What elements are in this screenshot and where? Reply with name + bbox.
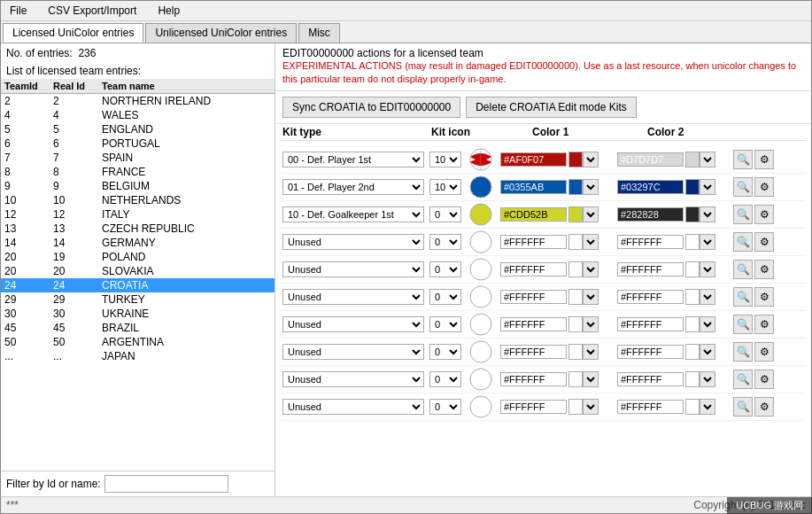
gear-button[interactable]: ⚙: [754, 370, 774, 389]
kit-num-select[interactable]: 10: [429, 179, 461, 195]
search-button[interactable]: 🔍: [733, 232, 753, 252]
color1-preview[interactable]: [568, 371, 583, 387]
team-row[interactable]: 20 19 POLAND: [1, 250, 275, 264]
search-button[interactable]: 🔍: [733, 342, 753, 362]
color1-input[interactable]: [500, 152, 567, 167]
team-row[interactable]: 7 7 SPAIN: [1, 151, 275, 165]
team-row[interactable]: 45 45 BRAZIL: [1, 321, 275, 335]
color1-input[interactable]: [500, 207, 567, 222]
color2-dropdown[interactable]: ▼: [700, 261, 715, 277]
kit-num-select[interactable]: 0: [429, 399, 461, 415]
team-row[interactable]: 9 9 BELGIUM: [1, 179, 275, 193]
team-row[interactable]: 20 20 SLOVAKIA: [1, 264, 275, 278]
tab-misc[interactable]: Misc: [298, 23, 340, 43]
color2-dropdown[interactable]: ▼: [700, 206, 715, 222]
gear-button[interactable]: ⚙: [754, 397, 774, 417]
color2-preview[interactable]: [685, 289, 700, 305]
color2-dropdown[interactable]: ▼: [700, 289, 715, 305]
gear-button[interactable]: ⚙: [754, 205, 774, 224]
team-row[interactable]: 24 24 CROATIA: [1, 278, 275, 292]
team-row[interactable]: 8 8 FRANCE: [1, 165, 275, 179]
kit-type-select[interactable]: Unused: [282, 316, 424, 332]
color2-dropdown[interactable]: ▼: [700, 152, 715, 167]
search-button[interactable]: 🔍: [733, 177, 753, 197]
filter-input[interactable]: [104, 475, 228, 493]
kit-type-select[interactable]: Unused: [282, 371, 424, 387]
color2-preview[interactable]: [685, 152, 700, 167]
tab-licensed[interactable]: Licensed UniColor entries: [3, 23, 143, 43]
kit-type-select[interactable]: Unused: [282, 289, 424, 305]
color2-preview[interactable]: [685, 399, 700, 415]
sync-button[interactable]: Sync CROATIA to EDIT00000000: [282, 97, 460, 118]
color2-preview[interactable]: [685, 371, 700, 387]
color1-input[interactable]: [500, 317, 567, 331]
team-row[interactable]: 50 50 ARGENTINA: [1, 335, 275, 349]
color2-dropdown[interactable]: ▼: [700, 344, 715, 360]
menu-file[interactable]: File: [4, 3, 32, 19]
kit-num-select[interactable]: 0: [429, 234, 461, 250]
color1-dropdown[interactable]: ▼: [583, 152, 599, 167]
color1-dropdown[interactable]: ▼: [583, 261, 599, 277]
color2-input[interactable]: [617, 290, 684, 304]
color2-dropdown[interactable]: ▼: [700, 316, 715, 332]
gear-button[interactable]: ⚙: [754, 232, 774, 252]
kit-num-select[interactable]: 0: [429, 316, 461, 332]
color2-input[interactable]: [617, 235, 684, 249]
gear-button[interactable]: ⚙: [754, 315, 774, 334]
kit-num-select[interactable]: 0: [429, 261, 461, 277]
kit-num-select[interactable]: 0: [429, 371, 461, 387]
kit-type-select[interactable]: Unused: [282, 399, 424, 415]
color2-input[interactable]: [617, 317, 684, 331]
team-row[interactable]: 5 5 ENGLAND: [1, 122, 275, 136]
kit-type-select[interactable]: Unused: [282, 234, 424, 250]
color2-dropdown[interactable]: ▼: [700, 399, 715, 415]
team-row[interactable]: 13 13 CZECH REPUBLIC: [1, 222, 275, 236]
delete-button[interactable]: Delete CROATIA Edit mode Kits: [466, 97, 637, 118]
color1-dropdown[interactable]: ▼: [583, 289, 599, 305]
color1-dropdown[interactable]: ▼: [583, 179, 599, 195]
color2-input[interactable]: [617, 180, 684, 194]
color1-preview[interactable]: [568, 316, 583, 332]
kit-type-select[interactable]: Unused: [282, 344, 424, 360]
color1-preview[interactable]: [568, 152, 583, 167]
team-row[interactable]: ... ... JAPAN: [1, 349, 275, 363]
color2-input[interactable]: [617, 262, 684, 276]
color2-preview[interactable]: [685, 344, 700, 360]
color1-dropdown[interactable]: ▼: [583, 371, 599, 387]
color1-preview[interactable]: [568, 206, 583, 222]
kit-num-select[interactable]: 0: [429, 206, 461, 222]
team-row[interactable]: 14 14 GERMANY: [1, 236, 275, 250]
team-row[interactable]: 10 10 NETHERLANDS: [1, 193, 275, 207]
color1-preview[interactable]: [568, 344, 583, 360]
color2-input[interactable]: [617, 207, 684, 222]
color1-dropdown[interactable]: ▼: [583, 344, 599, 360]
color1-preview[interactable]: [568, 289, 583, 305]
color2-dropdown[interactable]: ▼: [700, 179, 715, 195]
color1-input[interactable]: [500, 345, 567, 359]
color1-preview[interactable]: [568, 179, 583, 195]
color1-preview[interactable]: [568, 261, 583, 277]
kit-num-select[interactable]: 0: [429, 289, 461, 305]
color1-preview[interactable]: [568, 234, 583, 250]
color1-dropdown[interactable]: ▼: [583, 206, 599, 222]
color2-preview[interactable]: [685, 179, 700, 195]
color1-preview[interactable]: [568, 399, 583, 415]
search-button[interactable]: 🔍: [733, 315, 753, 334]
team-row[interactable]: 12 12 ITALY: [1, 207, 275, 222]
color2-input[interactable]: [617, 400, 684, 414]
search-button[interactable]: 🔍: [733, 397, 753, 417]
search-button[interactable]: 🔍: [733, 205, 753, 224]
color2-dropdown[interactable]: ▼: [700, 371, 715, 387]
color2-preview[interactable]: [685, 234, 700, 250]
search-button[interactable]: 🔍: [733, 150, 753, 169]
menu-help[interactable]: Help: [152, 3, 185, 19]
color2-preview[interactable]: [685, 206, 700, 222]
color1-input[interactable]: [500, 290, 567, 304]
search-button[interactable]: 🔍: [733, 260, 753, 279]
color1-input[interactable]: [500, 235, 567, 249]
color1-dropdown[interactable]: ▼: [583, 234, 599, 250]
color1-dropdown[interactable]: ▼: [583, 316, 599, 332]
kit-num-select[interactable]: 0: [429, 344, 461, 360]
color2-dropdown[interactable]: ▼: [700, 234, 715, 250]
gear-button[interactable]: ⚙: [754, 150, 774, 169]
